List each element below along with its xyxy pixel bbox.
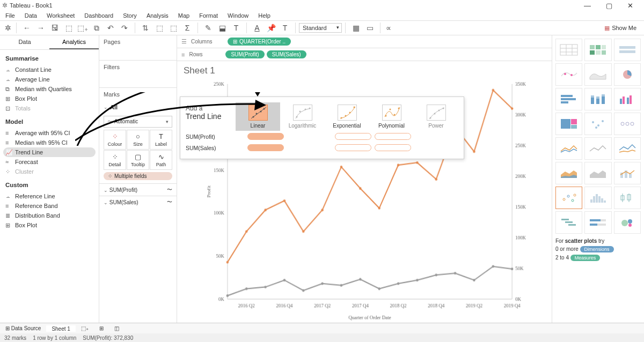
rows-pill-sales[interactable]: SUM(Sales) [267,50,306,58]
marks-sum-sales[interactable]: ⌄ SUM(Sales)〜 [99,196,177,208]
menu-help[interactable]: Help [258,12,270,19]
analytics-ref-line[interactable]: ⫠Reference Line [0,191,99,201]
save-icon[interactable]: 🖫 [50,23,60,33]
new-story-icon[interactable]: ◫ [109,325,125,331]
presentation-icon[interactable]: ▭ [365,23,375,33]
marks-all[interactable]: ⌄All [99,101,177,114]
marks-sum-profit[interactable]: ⌄ SUM(Profit)〜 [99,184,177,196]
sm-line-continuous[interactable] [555,137,582,160]
sm-dual-line[interactable] [614,137,641,160]
datasource-tab[interactable]: ⊞ Data Source [0,325,46,331]
fit-selector[interactable]: Standard [299,23,342,33]
totals-icon[interactable]: Σ [182,23,192,33]
sm-hbar[interactable] [555,88,582,110]
sm-line-discrete[interactable] [584,137,611,160]
sheet1-tab[interactable]: Sheet 1 [46,325,75,332]
columns-pill-quarter[interactable]: ⊞QUARTER(Order .. [228,38,291,46]
analytics-forecast[interactable]: ≈Forecast [0,157,99,167]
sm-area-continuous[interactable] [555,162,582,184]
new-data-icon[interactable]: ⬚ [64,23,74,33]
trend-sales-linear[interactable] [247,144,284,151]
analytics-median-ci[interactable]: ≡Median with 95% CI [0,138,99,147]
show-me-button[interactable]: ▦ Show Me [600,25,641,32]
trend-opt-logarithmic[interactable]: Logarithmic [280,102,325,131]
undo-icon[interactable]: ↶ [106,23,115,33]
sm-side-by-side-bar[interactable] [614,88,641,110]
sm-area-discrete[interactable] [584,162,611,184]
menu-worksheet[interactable]: Worksheet [47,12,75,19]
sm-scatter[interactable] [555,187,582,209]
trend-sales-poly[interactable] [375,144,411,151]
highlight-icon[interactable]: ✎ [203,23,213,33]
sm-heatmap[interactable] [584,39,611,61]
sm-circle-views[interactable] [584,113,611,135]
menu-map[interactable]: Map [178,12,189,19]
share-icon[interactable]: ∝ [384,23,393,33]
swap-icon[interactable]: ⇅ [141,23,150,33]
sm-boxplot[interactable] [614,187,641,209]
sm-packed-bubbles[interactable] [614,211,641,234]
sm-dual-combo[interactable] [614,162,641,184]
menu-file[interactable]: File [5,12,15,19]
rows-pill-profit[interactable]: SUM(Profit) [225,50,264,58]
trend-profit-linear[interactable] [247,133,284,140]
trend-opt-exponential[interactable]: Exponential [325,102,369,131]
mark-label[interactable]: TLabel [150,130,172,150]
show-mark-labels-icon[interactable]: T [231,23,241,33]
sort-desc-icon[interactable]: ⬚ [169,23,178,33]
menu-format[interactable]: Format [199,12,218,19]
format-icon[interactable]: A [252,23,262,33]
menu-analysis[interactable]: Analysis [147,12,169,19]
forward-icon[interactable]: → [36,23,46,33]
sheet-title[interactable]: Sheet 1 [177,61,552,80]
sm-side-circle[interactable] [614,113,641,135]
menu-story[interactable]: Story [123,12,137,19]
window-close-button[interactable]: ✕ [627,2,633,10]
mark-path[interactable]: ∿Path [150,150,172,170]
filters-shelf[interactable]: Filters [99,61,177,73]
analytics-ref-band[interactable]: ≡Reference Band [0,201,99,211]
menu-window[interactable]: Window [228,12,248,19]
sm-text-table[interactable] [555,39,582,61]
tableau-icon[interactable]: ✲ [3,23,13,33]
trend-opt-power[interactable]: Power [414,102,458,131]
analytics-constant-line[interactable]: ⫠Constant Line [0,65,99,75]
sm-treemap[interactable] [555,113,582,135]
analytics-avg-ci[interactable]: ≡Average with 95% CI [0,128,99,138]
redo-icon[interactable]: ↷ [120,23,129,33]
duplicate-icon[interactable]: ⧉ [92,23,101,33]
mark-detail[interactable]: ⁘Detail [104,150,126,170]
sm-gantt[interactable] [555,211,582,234]
new-worksheet-icon[interactable]: ⬚₊ [76,325,94,331]
mark-colour[interactable]: ⁘Colour [104,130,126,150]
trend-opt-polynomial[interactable]: Polynomial [369,102,414,131]
mark-type-selector[interactable]: 〜 Automatic▾ [104,116,172,128]
pin-icon[interactable]: 📌 [266,23,276,33]
group-icon[interactable]: ⬓ [217,23,227,33]
menu-data[interactable]: Data [25,12,37,19]
new-dashboard-icon[interactable]: ⊞ [94,325,109,331]
trend-sales-exp[interactable] [335,144,371,151]
analytics-dist-band[interactable]: ≣Distribution Band [0,211,99,220]
sm-bullet[interactable] [584,211,611,234]
sm-symbol-map[interactable] [555,63,582,86]
sm-pie[interactable] [614,63,641,86]
analytics-trend-line[interactable]: 📈Trend Line [3,147,96,157]
pages-shelf[interactable]: Pages [99,35,177,48]
sort-asc-icon[interactable]: ⬚ [155,23,164,33]
trend-profit-exp[interactable] [335,133,371,140]
sm-filled-map[interactable] [584,63,611,86]
text-icon[interactable]: T [280,23,290,33]
minimize-button[interactable]: — [584,2,591,10]
maximize-button[interactable]: ▢ [606,2,612,10]
trend-profit-poly[interactable] [375,133,411,140]
worksheet-new-icon[interactable]: ⬚₊ [78,23,87,33]
sm-highlight-table[interactable] [614,39,641,61]
analytics-average-line[interactable]: ⫠Average Line [0,75,99,84]
menu-dashboard[interactable]: Dashboard [84,12,113,19]
marks-multiple-fields[interactable]: ⁘Multiple fields [104,172,172,180]
analytics-box-plot-2[interactable]: ⊞Box Plot [0,220,99,230]
mark-size[interactable]: ○Size [127,130,149,150]
show-cards-icon[interactable]: ▦ [351,23,361,33]
tab-data[interactable]: Data [0,35,49,49]
